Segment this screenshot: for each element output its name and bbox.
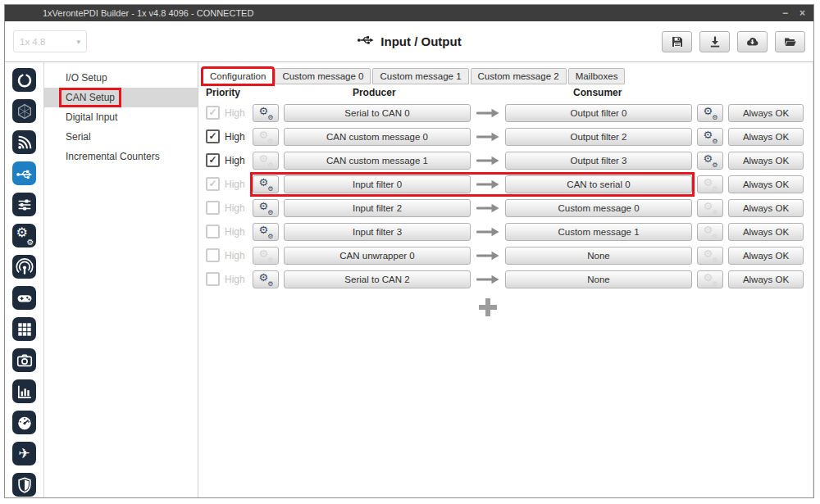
close-button[interactable]: × (800, 8, 805, 18)
priority-label: High (225, 131, 248, 143)
save-button[interactable] (662, 31, 692, 52)
producer-settings-button[interactable]: ⚙⚙ (253, 128, 279, 146)
priority-checkbox[interactable]: ✓ (206, 225, 220, 238)
export-download-button[interactable] (699, 31, 730, 52)
consumer-settings-button[interactable]: ⚙⚙ (697, 175, 723, 193)
rail-item-telemetry[interactable] (12, 130, 36, 154)
consumer-settings-button[interactable]: ⚙⚙ (697, 128, 723, 146)
producer-button[interactable]: Input filter 3 (284, 223, 471, 241)
nav-rail: ⚙⚙ (5, 62, 44, 497)
menu-item-serial[interactable]: Serial (44, 127, 198, 147)
gears-icon: ⚙⚙ (259, 225, 273, 238)
rail-item-camera[interactable] (12, 348, 36, 372)
gears-icon: ⚙⚙ (704, 130, 718, 143)
menu-item-i-o-setup[interactable]: I/O Setup (44, 68, 198, 88)
check-icon: ✓ (208, 179, 216, 188)
producer-button[interactable]: Input filter 0 (284, 175, 471, 193)
gears-icon: ⚙⚙ (259, 130, 273, 143)
validity-button[interactable]: Always OK (728, 199, 804, 217)
producer-button[interactable]: CAN custom message 1 (284, 152, 471, 170)
producer-settings-button[interactable]: ⚙⚙ (253, 223, 279, 241)
validity-button[interactable]: Always OK (728, 128, 804, 146)
rail-item-mesh[interactable] (12, 99, 36, 123)
producer-button[interactable]: Serial to CAN 2 (284, 270, 471, 288)
device-version-selector[interactable]: 1x 4.8 ▾ (13, 30, 87, 52)
menu-item-label: CAN Setup (61, 90, 119, 105)
consumer-button[interactable]: Output filter 0 (505, 104, 692, 122)
consumer-button[interactable]: Output filter 3 (505, 152, 692, 170)
rail-item-setup[interactable] (12, 193, 36, 216)
producer-settings-button[interactable]: ⚙⚙ (253, 270, 279, 288)
menu-item-incremental-counters[interactable]: Incremental Counters (44, 147, 198, 166)
priority-checkbox[interactable]: ✓ (206, 153, 220, 167)
menu-item-label: Incremental Counters (61, 149, 164, 164)
producer-settings-button[interactable]: ⚙⚙ (253, 152, 279, 170)
priority-checkbox[interactable]: ✓ (206, 201, 220, 215)
gears-icon: ⚙⚙ (259, 178, 273, 191)
tab-custom-message-1[interactable]: Custom message 1 (372, 68, 468, 84)
consumer-button[interactable]: None (505, 270, 692, 288)
rail-item-stick[interactable] (12, 286, 36, 310)
consumer-settings-button[interactable]: ⚙⚙ (697, 104, 723, 122)
consumer-button[interactable]: Custom message 1 (505, 223, 692, 241)
producer-settings-button[interactable]: ⚙⚙ (253, 199, 279, 217)
validity-button[interactable]: Always OK (728, 270, 804, 288)
rail-item-power[interactable] (12, 68, 36, 92)
minimize-button[interactable]: − (782, 8, 788, 18)
rail-item-telemetry-chart[interactable] (12, 379, 36, 403)
add-mapping-button[interactable] (477, 297, 499, 318)
rail-item-mission[interactable]: ✈ (12, 442, 36, 465)
table-header: Priority Producer Consumer (201, 84, 810, 101)
producer-button[interactable]: Serial to CAN 0 (284, 104, 471, 122)
validity-button[interactable]: Always OK (728, 223, 804, 241)
producer-button[interactable]: Input filter 2 (284, 199, 471, 217)
check-icon: ✓ (208, 107, 216, 117)
mapping-core: ⚙⚙ Input filter 2 Custom message 0 (253, 199, 692, 217)
priority-checkbox[interactable]: ✓ (206, 177, 220, 191)
rail-item-hud[interactable] (12, 411, 36, 434)
rail-item-safety[interactable] (12, 473, 36, 497)
validity-button[interactable]: Always OK (728, 175, 804, 193)
producer-button[interactable]: CAN unwrapper 0 (284, 247, 471, 265)
consumer-settings-button[interactable]: ⚙⚙ (697, 223, 723, 241)
mapping-core: ⚙⚙ Input filter 0 CAN to serial 0 (253, 175, 692, 193)
page-title-group: Input / Output (357, 34, 461, 49)
consumer-settings-button[interactable]: ⚙⚙ (697, 199, 723, 217)
tab-custom-message-2[interactable]: Custom message 2 (471, 68, 567, 84)
priority-checkbox[interactable]: ✓ (206, 106, 220, 120)
priority-checkbox[interactable]: ✓ (206, 272, 220, 286)
producer-settings-button[interactable]: ⚙⚙ (253, 175, 279, 193)
menu-item-can-setup[interactable]: CAN Setup (44, 88, 198, 107)
rail-item-automations[interactable]: ⚙⚙ (12, 224, 36, 247)
arrow-right-icon (476, 227, 500, 237)
validity-button[interactable]: Always OK (728, 152, 804, 170)
producer-button[interactable]: CAN custom message 0 (284, 128, 471, 146)
priority-checkbox[interactable]: ✓ (206, 248, 220, 262)
consumer-button[interactable]: Output filter 2 (505, 128, 692, 146)
validity-button[interactable]: Always OK (728, 247, 804, 265)
mapping-row: ✓ High ⚙⚙ Input filter 2 Custom message … (201, 196, 810, 220)
tab-configuration[interactable]: Configuration (203, 68, 273, 84)
priority-checkbox[interactable]: ✓ (206, 129, 220, 143)
rail-item-input-output[interactable] (12, 161, 36, 185)
menu-item-digital-input[interactable]: Digital Input (44, 107, 198, 127)
consumer-button[interactable]: None (505, 247, 692, 265)
consumer-button[interactable]: CAN to serial 0 (505, 175, 692, 193)
producer-settings-button[interactable]: ⚙⚙ (253, 104, 279, 122)
producer-settings-button[interactable]: ⚙⚙ (253, 247, 279, 265)
rail-item-communications[interactable] (12, 255, 36, 279)
mapping-table: ✓ High ⚙⚙ Serial to CAN 0 Output filter … (201, 101, 810, 291)
rail-item-matrix[interactable] (12, 317, 36, 341)
consumer-settings-button[interactable]: ⚙⚙ (697, 247, 723, 265)
tab-mailboxes[interactable]: Mailboxes (568, 68, 626, 84)
validity-button[interactable]: Always OK (728, 104, 804, 122)
device-version-label: 1x 4.8 (20, 37, 71, 47)
open-folder-button[interactable] (775, 31, 805, 52)
consumer-settings-button[interactable]: ⚙⚙ (697, 152, 723, 170)
priority-label: High (225, 226, 248, 238)
consumer-button[interactable]: Custom message 0 (505, 199, 692, 217)
cloud-download-button[interactable] (737, 31, 768, 52)
tab-custom-message-0[interactable]: Custom message 0 (275, 68, 371, 84)
consumer-settings-button[interactable]: ⚙⚙ (697, 270, 723, 288)
arrow-right-icon (476, 251, 500, 261)
